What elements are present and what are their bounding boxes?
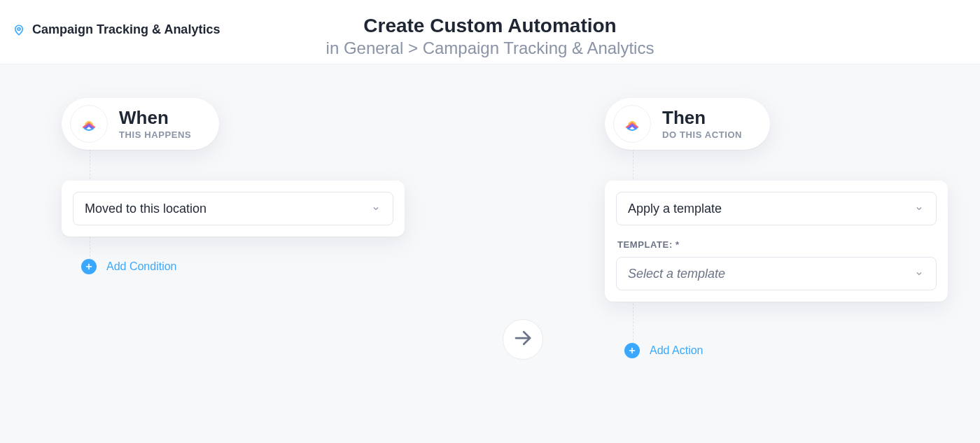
action-select-value: Apply a template [628, 202, 722, 216]
trigger-select[interactable]: Moved to this location [73, 192, 393, 225]
add-action-label: Add Action [650, 344, 704, 357]
chevron-down-icon [370, 203, 382, 214]
chevron-down-icon [913, 268, 925, 279]
action-select[interactable]: Apply a template [616, 192, 937, 225]
clickup-logo-icon [613, 105, 651, 143]
when-header-pill: When THIS HAPPENS [62, 98, 219, 150]
when-subtitle: THIS HAPPENS [119, 129, 191, 140]
plus-circle-icon [624, 343, 640, 358]
plus-circle-icon [81, 259, 97, 274]
template-select[interactable]: Select a template [616, 257, 937, 290]
svg-point-0 [18, 27, 20, 30]
page-title-block: Create Custom Automation in General > Ca… [245, 15, 735, 58]
breadcrumb[interactable]: Campaign Tracking & Analytics [13, 22, 220, 37]
when-title: When [119, 108, 191, 127]
add-condition-label: Add Condition [106, 260, 177, 273]
chevron-down-icon [913, 203, 925, 214]
breadcrumb-label: Campaign Tracking & Analytics [32, 22, 220, 37]
then-title: Then [662, 108, 742, 127]
when-trigger-card: Moved to this location [62, 181, 405, 237]
add-condition-button[interactable]: Add Condition [81, 259, 177, 274]
page-header: Campaign Tracking & Analytics Create Cus… [0, 0, 980, 64]
then-header-pill: Then DO THIS ACTION [605, 98, 770, 150]
add-action-button[interactable]: Add Action [624, 343, 704, 358]
then-subtitle: DO THIS ACTION [662, 129, 742, 140]
arrow-right-icon [512, 328, 533, 351]
automation-canvas: When THIS HAPPENS Moved to this location… [0, 64, 980, 443]
trigger-select-value: Moved to this location [85, 202, 206, 216]
template-field-label: TEMPLATE: * [617, 239, 937, 250]
page-title: Create Custom Automation [245, 15, 735, 37]
location-pin-icon [13, 24, 25, 36]
template-select-placeholder: Select a template [628, 267, 725, 281]
page-subtitle: in General > Campaign Tracking & Analyti… [245, 38, 735, 58]
flow-arrow [503, 319, 543, 360]
clickup-logo-icon [70, 105, 108, 143]
then-action-card: Apply a template TEMPLATE: * Select a te… [605, 181, 948, 302]
